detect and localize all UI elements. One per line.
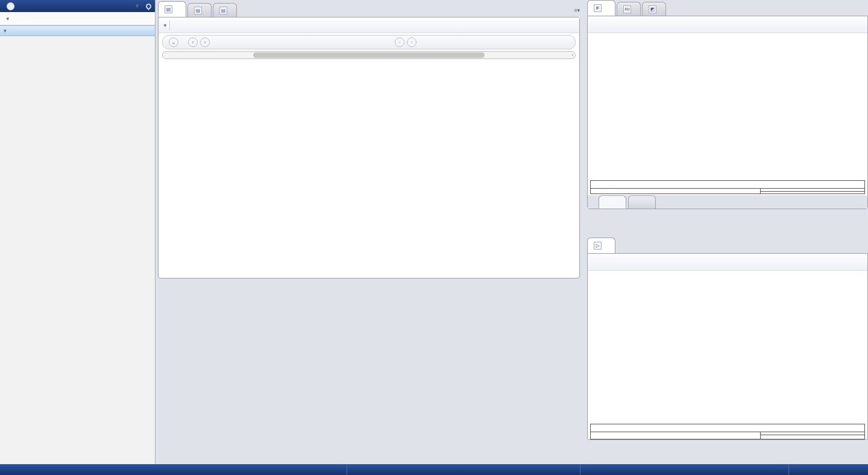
- sheet-icon: ▤: [165, 5, 172, 13]
- system-options-titlebar: ▼: [0, 0, 155, 12]
- chevron-down-icon[interactable]: ▾: [5, 16, 9, 22]
- chevron-down-icon: ▾: [4, 28, 8, 34]
- update-row[interactable]: ▾: [0, 12, 155, 25]
- fft-mtf-window: F RI ◩: [587, 0, 868, 236]
- config-note: [761, 436, 864, 437]
- subtab-text[interactable]: [628, 195, 656, 209]
- mtf-subtabs: [588, 195, 867, 209]
- chevron-down-icon[interactable]: ▾: [162, 22, 166, 28]
- tab-relative-illumination[interactable]: RI: [617, 2, 641, 16]
- tab-fft-mtf[interactable]: F: [587, 0, 615, 16]
- ri-chart-icon: RI: [623, 5, 631, 13]
- lens-data-editor-window: ▤ ▤ ▤ ≡▾ ▾ ⌄ ‹ › ‹: [158, 1, 580, 278]
- field-chart-icon: ◩: [649, 5, 656, 13]
- sheet-icon: ▤: [219, 7, 227, 14]
- tab-lens-data[interactable]: ▤: [158, 1, 186, 17]
- layout-canvas: [588, 271, 867, 424]
- tab-field-curvature[interactable]: ◩: [642, 2, 666, 16]
- scrollbar-thumb[interactable]: [253, 52, 484, 58]
- layout-toolbar: [588, 254, 867, 271]
- config-note: [761, 193, 864, 193]
- tab-merit-function-editor[interactable]: ▤: [187, 3, 212, 17]
- next-surface-button[interactable]: ›: [200, 37, 210, 47]
- scroll-right-icon[interactable]: ›: [571, 52, 573, 58]
- help-icon[interactable]: [7, 2, 14, 10]
- subtab-graph[interactable]: [599, 195, 626, 209]
- pin-icon[interactable]: [145, 2, 153, 10]
- status-bar: [0, 464, 868, 475]
- aperture-form: [0, 36, 155, 40]
- tab-multi-configuration-editor[interactable]: ▤: [213, 3, 237, 17]
- prev-surface-button[interactable]: ‹: [188, 37, 198, 47]
- mtf-chart: [588, 33, 867, 180]
- mtf-footer: [590, 180, 865, 194]
- system-options-panel: ▼ ▾ ▾: [0, 0, 156, 464]
- surface-property-strip: ⌄ ‹ › ‹ ›: [162, 35, 576, 49]
- layout-footer: [590, 424, 865, 439]
- layout-icon: ▷: [594, 242, 602, 250]
- layout-footer-title: [591, 424, 864, 432]
- layout-tabstrip: ▷: [587, 238, 868, 253]
- prev-config-button[interactable]: ‹: [395, 37, 404, 47]
- lde-toolbar: ▾: [159, 17, 579, 33]
- mtf-toolbar: [588, 16, 867, 33]
- mtf-chart-icon: F: [594, 4, 602, 12]
- layout-window: ▷: [587, 238, 868, 463]
- lens-layout-drawing: [588, 271, 867, 424]
- mtf-plot: [588, 33, 867, 180]
- collapse-properties-button[interactable]: ⌄: [169, 37, 178, 47]
- tab-layout[interactable]: ▷: [587, 238, 615, 253]
- editor-tabstrip: ▤ ▤ ▤ ≡▾: [158, 1, 580, 17]
- horizontal-scrollbar[interactable]: ‹ ›: [162, 51, 576, 59]
- next-config-button[interactable]: ›: [407, 37, 417, 47]
- sheet-icon: ▤: [194, 7, 202, 14]
- mtf-tabstrip: F RI ◩: [587, 0, 868, 16]
- window-list-icon[interactable]: ≡▾: [574, 7, 580, 13]
- section-system-aperture[interactable]: ▾: [0, 25, 155, 36]
- collapse-icon[interactable]: ▼: [134, 3, 140, 9]
